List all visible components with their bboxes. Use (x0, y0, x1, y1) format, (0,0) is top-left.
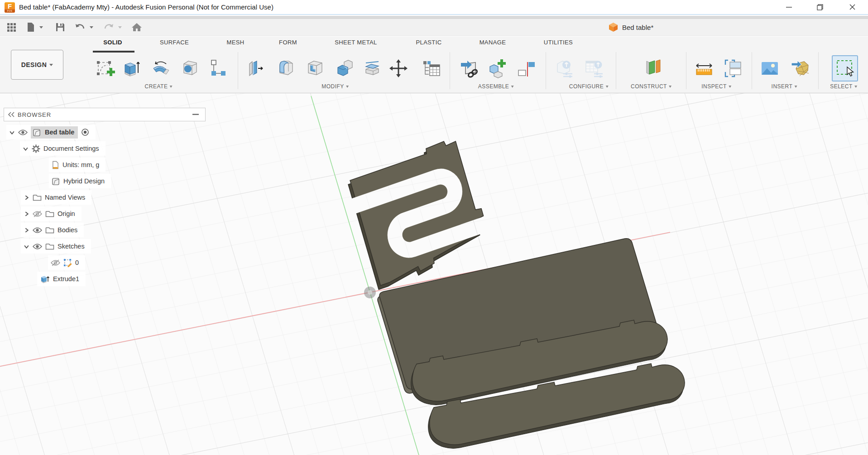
fusion-app-icon: FFUS (5, 2, 15, 13)
browser-item-sketches[interactable]: Sketches (21, 239, 91, 254)
cube-icon (52, 177, 60, 186)
browser-title: BROWSER (18, 111, 51, 118)
browser-item-named-views[interactable]: Named Views (21, 190, 91, 205)
create-dropdown[interactable]: CREATE (145, 83, 173, 90)
units-document-icon (52, 161, 59, 169)
insert-derive-button[interactable] (459, 58, 480, 79)
chevron-down-icon[interactable] (24, 244, 29, 249)
cursor-icon (847, 67, 854, 76)
tab-sheet-metal[interactable]: SHEET METAL (335, 39, 377, 46)
browser-item-origin[interactable]: Origin (21, 206, 82, 221)
offset-face-button[interactable] (362, 58, 383, 79)
press-pull-button[interactable] (245, 58, 266, 79)
visibility-eye-icon[interactable] (33, 243, 42, 250)
extrude-feature-icon (40, 274, 50, 284)
group-separator (818, 52, 819, 89)
model-viewport[interactable]: BROWSER Bed table Document Settings Unit… (0, 93, 868, 455)
extrude-button[interactable] (121, 58, 142, 79)
visibility-off-eye-icon[interactable] (33, 210, 42, 218)
assemble-dropdown[interactable]: ASSEMBLE (478, 83, 514, 90)
create-sketch-button[interactable] (95, 58, 115, 79)
chevron-down-icon[interactable] (9, 129, 15, 135)
joint-button[interactable] (516, 58, 537, 79)
browser-item-label: Units: mm, g (62, 161, 99, 168)
window-select-button[interactable] (832, 55, 858, 81)
configuration-button (554, 58, 575, 79)
tab-form[interactable]: FORM (279, 39, 297, 46)
browser-item-units[interactable]: Units: mm, g (49, 158, 106, 172)
folder-icon (45, 226, 54, 234)
section-analysis-button[interactable] (723, 58, 744, 79)
ribbon-toolbar: SOLID SURFACE MESH FORM SHEET METAL PLAS… (0, 36, 868, 93)
sketch-pattern-button[interactable] (208, 58, 229, 79)
browser-item-bed-table[interactable]: Bed table (6, 125, 96, 139)
close-button[interactable] (840, 0, 864, 14)
configure-dropdown[interactable]: CONFIGURE (569, 83, 609, 90)
document-tab[interactable]: Bed table* (609, 20, 653, 34)
shell-button[interactable] (305, 58, 326, 79)
browser-item-label: Named Views (45, 194, 85, 201)
minimize-browser-icon[interactable] (192, 114, 199, 115)
insert-dropdown[interactable]: INSERT (772, 83, 797, 90)
visibility-eye-icon[interactable] (33, 227, 42, 234)
folder-icon (45, 243, 54, 250)
browser-item-bodies[interactable]: Bodies (21, 223, 84, 237)
select-dropdown[interactable]: SELECT (830, 83, 857, 90)
insert-mesh-button[interactable] (789, 58, 810, 79)
tab-surface[interactable]: SURFACE (160, 39, 189, 46)
move-copy-button[interactable] (388, 58, 409, 79)
browser-item-label: Bed table (45, 129, 74, 136)
minimize-button[interactable] (777, 0, 801, 14)
chevron-right-icon[interactable] (24, 211, 29, 217)
browser-item-document-settings[interactable]: Document Settings (20, 141, 106, 156)
tab-manage[interactable]: MANAGE (480, 39, 506, 46)
change-parameters-button[interactable] (421, 58, 442, 79)
viewport-canvas[interactable] (0, 93, 868, 455)
measure-button[interactable] (694, 58, 715, 79)
tab-plastic[interactable]: PLASTIC (416, 39, 442, 46)
activate-radio-icon[interactable] (81, 128, 89, 136)
new-component-button[interactable] (487, 58, 508, 79)
gear-icon (32, 144, 40, 153)
browser-item-extrude1[interactable]: Extrude1 (37, 272, 86, 286)
tab-solid[interactable]: SOLID (103, 39, 122, 46)
browser-item-hybrid-design[interactable]: Hybrid Design (49, 174, 111, 188)
undo-button[interactable] (75, 20, 93, 34)
save-button[interactable] (55, 20, 65, 34)
home-button[interactable] (131, 20, 142, 34)
group-separator (616, 52, 616, 89)
component-icon (33, 128, 41, 137)
fillet-button[interactable] (276, 58, 297, 79)
construct-dropdown[interactable]: CONSTRUCT (631, 83, 671, 90)
visibility-eye-icon[interactable] (18, 129, 28, 136)
origin-marker-center (368, 290, 372, 295)
file-menu-button[interactable] (26, 20, 43, 34)
sketch-icon (63, 259, 72, 267)
inspect-dropdown[interactable]: INSPECT (701, 83, 731, 90)
browser-item-label: Extrude1 (53, 275, 79, 283)
visibility-off-eye-icon[interactable] (51, 259, 60, 267)
selected-item-highlight: Bed table (31, 126, 78, 139)
group-separator (686, 52, 686, 89)
redo-button[interactable] (103, 20, 122, 34)
tab-utilities[interactable]: UTILITIES (544, 39, 573, 46)
undo-menu-caret (90, 26, 93, 29)
chevron-right-icon[interactable] (24, 195, 29, 201)
group-separator (752, 52, 752, 89)
offset-plane-button[interactable] (642, 58, 662, 79)
chevron-down-icon[interactable] (23, 146, 29, 152)
combine-button[interactable] (335, 58, 355, 79)
window-title: Bed table* (FabAcademy Mty) - Autodesk F… (19, 3, 273, 11)
chevron-right-icon[interactable] (24, 227, 29, 233)
collapse-browser-icon[interactable] (8, 112, 15, 117)
restore-button[interactable] (808, 0, 832, 14)
modify-dropdown[interactable]: MODIFY (321, 83, 349, 90)
hole-button[interactable] (180, 58, 201, 79)
tab-mesh[interactable]: MESH (226, 39, 244, 46)
browser-item-sketch-0[interactable]: 0 (48, 255, 85, 270)
data-panel-button[interactable] (6, 20, 16, 34)
design-workspace-dropdown[interactable]: DESIGN (11, 50, 63, 80)
canvas-button[interactable] (759, 58, 780, 79)
revolve-button[interactable] (150, 58, 171, 79)
group-separator (546, 52, 546, 89)
